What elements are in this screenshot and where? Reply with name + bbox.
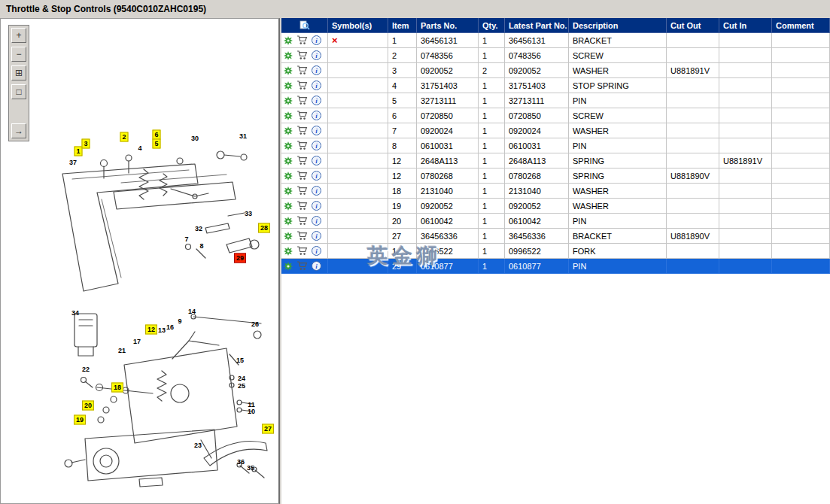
gear-icon[interactable] bbox=[284, 96, 293, 105]
table-row[interactable]: i 12 2648A113 1 2648A113 SPRING U881891V bbox=[281, 153, 830, 169]
diagram-callout-32[interactable]: 32 bbox=[193, 225, 204, 233]
cart-icon[interactable] bbox=[296, 35, 308, 45]
gear-icon[interactable] bbox=[284, 66, 293, 75]
diagram-callout-2[interactable]: 2 bbox=[120, 132, 128, 142]
header-item[interactable]: Item bbox=[388, 18, 417, 33]
diagram-callout-20[interactable]: 20 bbox=[82, 401, 94, 411]
diagram-callout-17[interactable]: 17 bbox=[132, 338, 142, 346]
info-icon[interactable]: i bbox=[312, 171, 321, 181]
diagram-callout-8[interactable]: 8 bbox=[198, 242, 205, 250]
table-row[interactable]: i 18 2131040 1 2131040 WASHER bbox=[281, 184, 830, 199]
info-icon[interactable]: i bbox=[312, 50, 321, 60]
header-symbols[interactable]: Symbol(s) bbox=[328, 18, 388, 33]
gear-icon[interactable] bbox=[284, 217, 293, 226]
diagram-callout-28[interactable]: 28 bbox=[258, 223, 270, 233]
diagram-callout-9[interactable]: 9 bbox=[176, 317, 183, 326]
cart-icon[interactable] bbox=[296, 156, 308, 165]
marquee-zoom-button[interactable]: □ bbox=[11, 84, 26, 99]
diagram-callout-5[interactable]: 5 bbox=[152, 139, 160, 149]
cart-icon[interactable] bbox=[296, 111, 308, 120]
cart-icon[interactable] bbox=[296, 231, 308, 241]
gear-icon[interactable] bbox=[284, 172, 293, 181]
diagram-callout-34[interactable]: 34 bbox=[70, 309, 81, 317]
diagram-callout-21[interactable]: 21 bbox=[117, 347, 127, 355]
cart-icon[interactable] bbox=[296, 141, 308, 150]
diagram-callout-25[interactable]: 25 bbox=[236, 382, 247, 390]
table-row[interactable]: i 29 0610877 1 0610877 PIN bbox=[281, 259, 830, 274]
table-row[interactable]: i 7 0920024 1 0920024 WASHER bbox=[281, 123, 830, 138]
table-row[interactable]: i × 1 36456131 1 36456131 BRACKET bbox=[281, 33, 830, 48]
info-icon[interactable]: i bbox=[312, 96, 321, 105]
zoom-in-button[interactable]: + bbox=[11, 28, 26, 43]
header-cut-in[interactable]: Cut In bbox=[719, 18, 772, 33]
diagram-callout-7[interactable]: 7 bbox=[183, 235, 190, 244]
info-icon[interactable]: i bbox=[312, 186, 321, 196]
cart-icon[interactable] bbox=[296, 65, 308, 75]
cart-icon[interactable] bbox=[296, 80, 308, 90]
info-icon[interactable]: i bbox=[312, 35, 321, 45]
diagram-callout-35[interactable]: 35 bbox=[245, 464, 256, 472]
table-row[interactable]: i 12 0780268 1 0780268 SPRING U881890V bbox=[281, 169, 830, 184]
header-comment[interactable]: Comment bbox=[772, 18, 830, 33]
gear-icon[interactable] bbox=[284, 111, 293, 120]
cart-icon[interactable] bbox=[296, 216, 308, 226]
header-parts-no[interactable]: Parts No. bbox=[417, 18, 479, 33]
table-row[interactable]: i 8 0610031 1 0610031 PIN bbox=[281, 138, 830, 153]
table-row[interactable]: i 20 0610042 1 0610042 PIN bbox=[281, 214, 830, 229]
info-icon[interactable]: i bbox=[312, 216, 321, 226]
tile-view-button[interactable]: ⊞ bbox=[11, 65, 26, 80]
info-icon[interactable]: i bbox=[312, 261, 321, 271]
diagram-callout-14[interactable]: 14 bbox=[187, 308, 197, 316]
info-icon[interactable]: i bbox=[312, 156, 321, 165]
gear-icon[interactable] bbox=[284, 262, 293, 271]
diagram-callout-16[interactable]: 16 bbox=[165, 323, 175, 332]
gear-icon[interactable] bbox=[284, 81, 293, 90]
gear-icon[interactable] bbox=[284, 126, 293, 135]
gear-icon[interactable] bbox=[284, 187, 293, 196]
diagram-callout-26[interactable]: 26 bbox=[250, 320, 260, 329]
gear-icon[interactable] bbox=[284, 232, 293, 241]
info-icon[interactable]: i bbox=[312, 246, 321, 256]
cart-icon[interactable] bbox=[296, 186, 308, 196]
diagram-callout-22[interactable]: 22 bbox=[81, 366, 91, 374]
table-row[interactable]: i 27 36456336 1 36456336 BRACKET U881890… bbox=[281, 229, 830, 244]
diagram-callout-3[interactable]: 3 bbox=[81, 139, 90, 149]
diagram-callout-33[interactable]: 33 bbox=[243, 210, 254, 218]
info-icon[interactable]: i bbox=[312, 231, 321, 241]
info-icon[interactable]: i bbox=[312, 65, 321, 75]
cart-icon[interactable] bbox=[296, 261, 308, 271]
header-qty[interactable]: Qty. bbox=[479, 18, 505, 33]
cart-icon[interactable] bbox=[296, 201, 308, 211]
diagram-callout-12[interactable]: 12 bbox=[145, 325, 157, 335]
diagram-callout-4[interactable]: 4 bbox=[136, 144, 143, 153]
info-icon[interactable]: i bbox=[312, 201, 321, 211]
diagram-callout-19[interactable]: 19 bbox=[74, 415, 86, 425]
table-row[interactable]: i 2 0748356 1 0748356 SCREW bbox=[281, 48, 830, 63]
table-row[interactable]: i 3 0920052 2 0920052 WASHER U881891V bbox=[281, 63, 830, 78]
gear-icon[interactable] bbox=[284, 202, 293, 211]
gear-icon[interactable] bbox=[284, 247, 293, 256]
header-cut-out[interactable]: Cut Out bbox=[667, 18, 719, 33]
diagram-callout-37[interactable]: 37 bbox=[68, 159, 78, 167]
table-row[interactable]: i 19 0920052 1 0920052 WASHER bbox=[281, 199, 830, 214]
diagram-callout-27[interactable]: 27 bbox=[262, 424, 274, 434]
gear-icon[interactable] bbox=[284, 51, 293, 60]
info-icon[interactable]: i bbox=[312, 126, 321, 135]
diagram-callout-29[interactable]: 29 bbox=[234, 254, 246, 263]
cart-icon[interactable] bbox=[296, 246, 308, 256]
header-latest-part-no[interactable]: Latest Part No. bbox=[505, 18, 569, 33]
info-icon[interactable]: i bbox=[312, 80, 321, 90]
diagram-callout-23[interactable]: 23 bbox=[193, 442, 203, 450]
cart-icon[interactable] bbox=[296, 50, 308, 60]
info-icon[interactable]: i bbox=[312, 111, 321, 120]
diagram-callout-30[interactable]: 30 bbox=[190, 135, 200, 143]
cart-icon[interactable] bbox=[296, 96, 308, 105]
diagram-callout-15[interactable]: 15 bbox=[235, 357, 245, 365]
diagram-callout-18[interactable]: 18 bbox=[111, 383, 123, 393]
table-row[interactable]: i 1 0996522 1 0996522 FORK bbox=[281, 244, 830, 259]
diagram-callout-10[interactable]: 10 bbox=[246, 408, 257, 416]
zoom-out-button[interactable]: − bbox=[11, 47, 26, 62]
diagram-callout-31[interactable]: 31 bbox=[238, 132, 248, 141]
gear-icon[interactable] bbox=[284, 141, 293, 150]
diagram-callout-36[interactable]: 36 bbox=[236, 458, 246, 466]
